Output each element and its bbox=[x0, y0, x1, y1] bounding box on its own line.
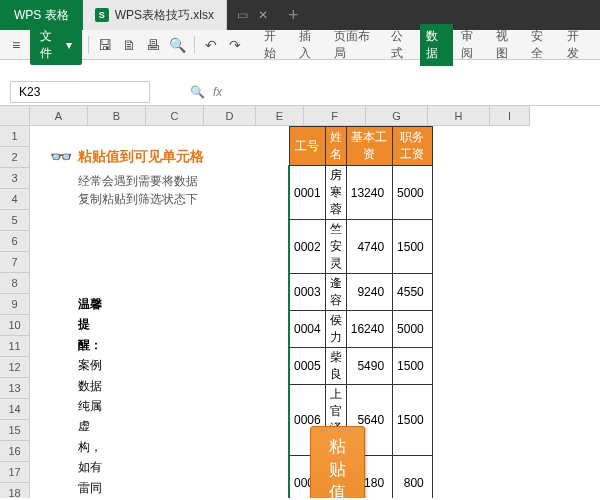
spreadsheet-icon: S bbox=[95, 8, 109, 22]
ribbon-tab[interactable]: 审阅 bbox=[455, 24, 488, 66]
row-header[interactable]: 5 bbox=[0, 210, 30, 231]
table-cell[interactable]: 800 bbox=[393, 456, 433, 499]
spreadsheet-grid[interactable]: ABCDEFGHI 12345678910111213141516171819 … bbox=[0, 106, 600, 498]
paste-visible-button[interactable]: 粘贴值到可见单元格 bbox=[310, 426, 365, 498]
undo-icon[interactable]: ↶ bbox=[201, 34, 221, 56]
toolbar: ≡ 文件 ▾ 🖫 🗎 🖶 🔍 ↶ ↷ 开始插入页面布局公式数据审阅视图安全开发 bbox=[0, 30, 600, 60]
table-cell[interactable]: 9240 bbox=[346, 274, 392, 311]
preview-icon[interactable]: 🔍 bbox=[168, 34, 188, 56]
table-cell[interactable]: 16240 bbox=[346, 311, 392, 348]
fx-label[interactable]: fx bbox=[213, 85, 222, 99]
ribbon-tab[interactable]: 公式 bbox=[385, 24, 418, 66]
table-cell[interactable]: 0003 bbox=[289, 274, 325, 311]
reminder-line: 如有雷同纯属巧合 bbox=[78, 457, 102, 498]
row-header[interactable]: 17 bbox=[0, 462, 30, 483]
table-cell[interactable]: 0005 bbox=[289, 348, 325, 385]
table-cell[interactable]: 房寒蓉 bbox=[325, 166, 346, 220]
ribbon-tab[interactable]: 页面布局 bbox=[328, 24, 382, 66]
reminder-title: 温馨提醒： bbox=[78, 294, 102, 355]
column-header[interactable]: G bbox=[366, 106, 428, 126]
table-row[interactable]: 0005柴良54901500 bbox=[289, 348, 432, 385]
ribbon-tab[interactable]: 视图 bbox=[490, 24, 523, 66]
file-menu-button[interactable]: 文件 ▾ bbox=[30, 25, 81, 65]
row-header[interactable]: 10 bbox=[0, 315, 30, 336]
table-cell[interactable]: 5490 bbox=[346, 348, 392, 385]
row-header[interactable]: 2 bbox=[0, 147, 30, 168]
row-header[interactable]: 7 bbox=[0, 252, 30, 273]
row-header[interactable]: 3 bbox=[0, 168, 30, 189]
row-header[interactable]: 8 bbox=[0, 273, 30, 294]
column-header[interactable]: I bbox=[490, 106, 530, 126]
row-header[interactable]: 6 bbox=[0, 231, 30, 252]
column-header[interactable]: D bbox=[204, 106, 256, 126]
table-row[interactable]: 0003逄容92404550 bbox=[289, 274, 432, 311]
table-cell[interactable]: 4740 bbox=[346, 220, 392, 274]
row-header[interactable]: 12 bbox=[0, 357, 30, 378]
tab-menu-icon[interactable]: ▭ bbox=[237, 8, 248, 22]
reminder-box: 温馨提醒： 案例数据纯属虚构， 如有雷同纯属巧合 bbox=[78, 294, 102, 498]
tab-close-icon[interactable]: ✕ bbox=[258, 8, 268, 22]
save-icon[interactable]: 🖫 bbox=[95, 34, 115, 56]
glasses-icon: 👓 bbox=[50, 146, 72, 168]
redo-icon[interactable]: ↷ bbox=[225, 34, 245, 56]
print-icon[interactable]: 🖶 bbox=[143, 34, 163, 56]
file-tab-label: WPS表格技巧.xlsx bbox=[115, 7, 214, 24]
row-header[interactable]: 4 bbox=[0, 189, 30, 210]
divider bbox=[194, 36, 195, 54]
row-header[interactable]: 9 bbox=[0, 294, 30, 315]
info-callout: 👓 粘贴值到可见单元格 经常会遇到需要将数据 复制粘贴到筛选状态下 bbox=[50, 146, 290, 208]
row-header[interactable]: 14 bbox=[0, 399, 30, 420]
column-header[interactable]: B bbox=[88, 106, 146, 126]
ribbon-tab[interactable]: 安全 bbox=[525, 24, 558, 66]
table-cell[interactable]: 13240 bbox=[346, 166, 392, 220]
row-header[interactable]: 15 bbox=[0, 420, 30, 441]
column-header[interactable]: E bbox=[256, 106, 304, 126]
table-row[interactable]: 0002竺安灵47401500 bbox=[289, 220, 432, 274]
table-cell[interactable]: 0001 bbox=[289, 166, 325, 220]
table-header[interactable]: 职务工资 bbox=[393, 127, 433, 166]
column-header[interactable]: F bbox=[304, 106, 366, 126]
column-header[interactable]: C bbox=[146, 106, 204, 126]
table-cell[interactable]: 4550 bbox=[393, 274, 433, 311]
table-cell[interactable]: 0004 bbox=[289, 311, 325, 348]
chevron-down-icon: ▾ bbox=[66, 38, 72, 52]
table-cell[interactable]: 5000 bbox=[393, 311, 433, 348]
column-header[interactable]: H bbox=[428, 106, 490, 126]
select-all-corner[interactable] bbox=[0, 106, 30, 126]
ribbon-tab[interactable]: 插入 bbox=[293, 24, 326, 66]
table-cell[interactable]: 逄容 bbox=[325, 274, 346, 311]
row-header[interactable]: 11 bbox=[0, 336, 30, 357]
table-row[interactable]: 0004侯力162405000 bbox=[289, 311, 432, 348]
table-cell[interactable]: 1500 bbox=[393, 220, 433, 274]
info-title: 粘贴值到可见单元格 bbox=[78, 148, 204, 166]
table-cell[interactable]: 0002 bbox=[289, 220, 325, 274]
file-tab[interactable]: S WPS表格技巧.xlsx bbox=[83, 0, 227, 30]
table-header[interactable]: 工号 bbox=[289, 127, 325, 166]
table-header[interactable]: 基本工资 bbox=[346, 127, 392, 166]
column-header[interactable]: A bbox=[30, 106, 88, 126]
table-cell[interactable]: 1500 bbox=[393, 385, 433, 456]
table-header[interactable]: 姓名 bbox=[325, 127, 346, 166]
name-box[interactable]: K23 bbox=[10, 81, 150, 103]
table-cell[interactable]: 5000 bbox=[393, 166, 433, 220]
ribbon-tab[interactable]: 开始 bbox=[258, 24, 291, 66]
table-row[interactable]: 0001房寒蓉132405000 bbox=[289, 166, 432, 220]
table-cell[interactable]: 侯力 bbox=[325, 311, 346, 348]
row-header[interactable]: 16 bbox=[0, 441, 30, 462]
export-icon[interactable]: 🗎 bbox=[119, 34, 139, 56]
file-menu-label: 文件 bbox=[40, 28, 61, 62]
ribbon-tab[interactable]: 开发 bbox=[561, 24, 594, 66]
row-header[interactable]: 1 bbox=[0, 126, 30, 147]
formula-bar: K23 🔍 fx bbox=[0, 78, 600, 106]
reminder-line: 案例数据纯属虚构， bbox=[78, 355, 102, 457]
table-cell[interactable]: 竺安灵 bbox=[325, 220, 346, 274]
hamburger-icon[interactable]: ≡ bbox=[6, 34, 26, 56]
info-line: 经常会遇到需要将数据 bbox=[78, 172, 290, 190]
ribbon-tabs: 开始插入页面布局公式数据审阅视图安全开发 bbox=[258, 24, 594, 66]
table-cell[interactable]: 1500 bbox=[393, 348, 433, 385]
row-header[interactable]: 13 bbox=[0, 378, 30, 399]
ribbon-tab[interactable]: 数据 bbox=[420, 24, 453, 66]
search-icon[interactable]: 🔍 bbox=[190, 85, 205, 99]
row-header[interactable]: 18 bbox=[0, 483, 30, 498]
table-cell[interactable]: 柴良 bbox=[325, 348, 346, 385]
